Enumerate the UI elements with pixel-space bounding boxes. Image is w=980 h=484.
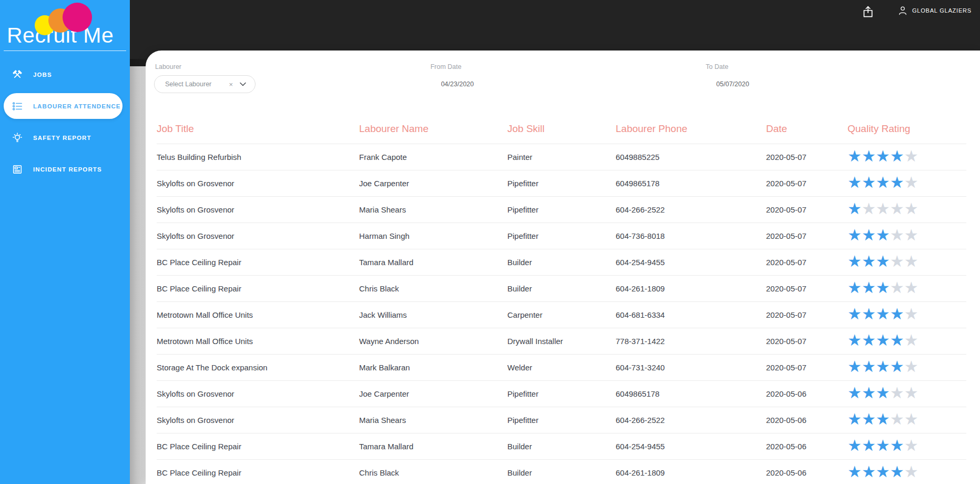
date-cell: 2020-05-07 bbox=[766, 284, 848, 293]
star-icon[interactable]: ★ bbox=[904, 200, 918, 217]
star-icon[interactable]: ★ bbox=[890, 200, 904, 217]
quality-rating-stars[interactable]: ★★★★★ bbox=[848, 411, 966, 427]
labourer-phone-cell: 604-266-2522 bbox=[616, 416, 766, 425]
star-icon[interactable]: ★ bbox=[904, 226, 918, 244]
star-icon[interactable]: ★ bbox=[862, 200, 876, 217]
star-icon[interactable]: ★ bbox=[890, 279, 904, 296]
star-icon[interactable]: ★ bbox=[890, 226, 904, 244]
star-icon[interactable]: ★ bbox=[904, 410, 918, 428]
star-icon[interactable]: ★ bbox=[904, 437, 918, 454]
star-icon[interactable]: ★ bbox=[862, 279, 876, 296]
star-icon[interactable]: ★ bbox=[876, 147, 890, 165]
star-icon[interactable]: ★ bbox=[876, 463, 890, 480]
star-icon[interactable]: ★ bbox=[904, 331, 918, 349]
chevron-down-icon[interactable] bbox=[239, 80, 247, 88]
star-icon[interactable]: ★ bbox=[876, 305, 890, 322]
star-icon[interactable]: ★ bbox=[876, 226, 890, 244]
star-icon[interactable]: ★ bbox=[904, 384, 918, 401]
quality-rating-stars[interactable]: ★★★★★ bbox=[848, 359, 966, 375]
quality-rating-stars[interactable]: ★★★★★ bbox=[848, 227, 966, 243]
quality-rating-stars[interactable]: ★★★★★ bbox=[848, 175, 966, 190]
quality-rating-stars[interactable]: ★★★★★ bbox=[848, 438, 966, 453]
star-icon[interactable]: ★ bbox=[876, 358, 890, 375]
star-icon[interactable]: ★ bbox=[890, 147, 904, 165]
star-icon[interactable]: ★ bbox=[848, 174, 862, 191]
star-icon[interactable]: ★ bbox=[904, 463, 918, 480]
star-icon[interactable]: ★ bbox=[890, 253, 904, 270]
star-icon[interactable]: ★ bbox=[876, 200, 890, 217]
star-icon[interactable]: ★ bbox=[890, 358, 904, 375]
sidebar-item-safety-report[interactable]: SAFETY REPORT bbox=[4, 125, 122, 150]
star-icon[interactable]: ★ bbox=[848, 437, 862, 454]
star-icon[interactable]: ★ bbox=[876, 437, 890, 454]
account-button[interactable]: GLOBAL GLAZIERS bbox=[897, 5, 972, 16]
star-icon[interactable]: ★ bbox=[862, 305, 876, 322]
star-icon[interactable]: ★ bbox=[848, 253, 862, 270]
quality-rating-stars[interactable]: ★★★★★ bbox=[848, 385, 966, 401]
labourer-phone-cell: 604-736-8018 bbox=[616, 231, 766, 240]
star-icon[interactable]: ★ bbox=[904, 174, 918, 191]
clear-icon[interactable]: × bbox=[229, 80, 239, 88]
labourer-phone-cell: 604-261-1809 bbox=[616, 468, 766, 477]
from-date-input[interactable] bbox=[430, 75, 520, 93]
star-icon[interactable]: ★ bbox=[876, 174, 890, 191]
star-icon[interactable]: ★ bbox=[862, 384, 876, 401]
star-icon[interactable]: ★ bbox=[848, 279, 862, 296]
star-icon[interactable]: ★ bbox=[862, 226, 876, 244]
star-icon[interactable]: ★ bbox=[848, 226, 862, 244]
sidebar-item-incident-reports[interactable]: INCIDENT REPORTS bbox=[4, 156, 122, 182]
star-icon[interactable]: ★ bbox=[876, 410, 890, 428]
job-title-cell: Skylofts on Grosvenor bbox=[157, 205, 359, 214]
star-icon[interactable]: ★ bbox=[862, 174, 876, 191]
star-icon[interactable]: ★ bbox=[862, 253, 876, 270]
labourer-phone-cell: 6049865178 bbox=[616, 179, 766, 188]
star-icon[interactable]: ★ bbox=[876, 279, 890, 296]
star-icon[interactable]: ★ bbox=[904, 305, 918, 322]
star-icon[interactable]: ★ bbox=[890, 463, 904, 480]
sidebar-item-jobs[interactable]: JOBS bbox=[4, 62, 122, 87]
star-icon[interactable]: ★ bbox=[862, 437, 876, 454]
star-icon[interactable]: ★ bbox=[848, 331, 862, 349]
quality-rating-stars[interactable]: ★★★★★ bbox=[848, 332, 966, 348]
quality-rating-stars[interactable]: ★★★★★ bbox=[848, 148, 966, 164]
star-icon[interactable]: ★ bbox=[876, 253, 890, 270]
star-icon[interactable]: ★ bbox=[848, 384, 862, 401]
star-icon[interactable]: ★ bbox=[890, 331, 904, 349]
star-icon[interactable]: ★ bbox=[862, 463, 876, 480]
star-icon[interactable]: ★ bbox=[904, 253, 918, 270]
job-title-cell: BC Place Ceiling Repair bbox=[157, 468, 359, 477]
star-icon[interactable]: ★ bbox=[890, 384, 904, 401]
star-icon[interactable]: ★ bbox=[876, 384, 890, 401]
star-icon[interactable]: ★ bbox=[876, 331, 890, 349]
star-icon[interactable]: ★ bbox=[848, 463, 862, 480]
labourer-name-cell: Frank Capote bbox=[359, 153, 507, 162]
quality-rating-stars[interactable]: ★★★★★ bbox=[848, 280, 966, 296]
star-icon[interactable]: ★ bbox=[848, 305, 862, 322]
labourer-select[interactable]: Select Labourer × bbox=[154, 75, 256, 93]
quality-rating-stars[interactable]: ★★★★★ bbox=[848, 254, 966, 269]
job-skill-cell: Pipefitter bbox=[507, 205, 616, 214]
star-icon[interactable]: ★ bbox=[862, 147, 876, 165]
sidebar-item-labourer-attendence[interactable]: LABOURER ATTENDENCE bbox=[4, 93, 122, 119]
quality-rating-stars[interactable]: ★★★★★ bbox=[848, 201, 966, 217]
star-icon[interactable]: ★ bbox=[848, 410, 862, 428]
quality-rating-stars[interactable]: ★★★★★ bbox=[848, 306, 966, 322]
star-icon[interactable]: ★ bbox=[862, 331, 876, 349]
star-icon[interactable]: ★ bbox=[904, 147, 918, 165]
star-icon[interactable]: ★ bbox=[862, 358, 876, 375]
to-date-input[interactable] bbox=[705, 75, 795, 93]
star-icon[interactable]: ★ bbox=[904, 279, 918, 296]
star-icon[interactable]: ★ bbox=[848, 358, 862, 375]
star-icon[interactable]: ★ bbox=[890, 305, 904, 322]
star-icon[interactable]: ★ bbox=[890, 410, 904, 428]
star-icon[interactable]: ★ bbox=[848, 147, 862, 165]
star-icon[interactable]: ★ bbox=[848, 200, 862, 217]
star-icon[interactable]: ★ bbox=[904, 358, 918, 375]
person-icon bbox=[897, 5, 908, 16]
star-icon[interactable]: ★ bbox=[890, 174, 904, 191]
star-icon[interactable]: ★ bbox=[862, 410, 876, 428]
sidebar-item-label: JOBS bbox=[33, 72, 52, 78]
share-button[interactable] bbox=[861, 5, 875, 19]
star-icon[interactable]: ★ bbox=[890, 437, 904, 454]
quality-rating-stars[interactable]: ★★★★★ bbox=[848, 464, 966, 480]
